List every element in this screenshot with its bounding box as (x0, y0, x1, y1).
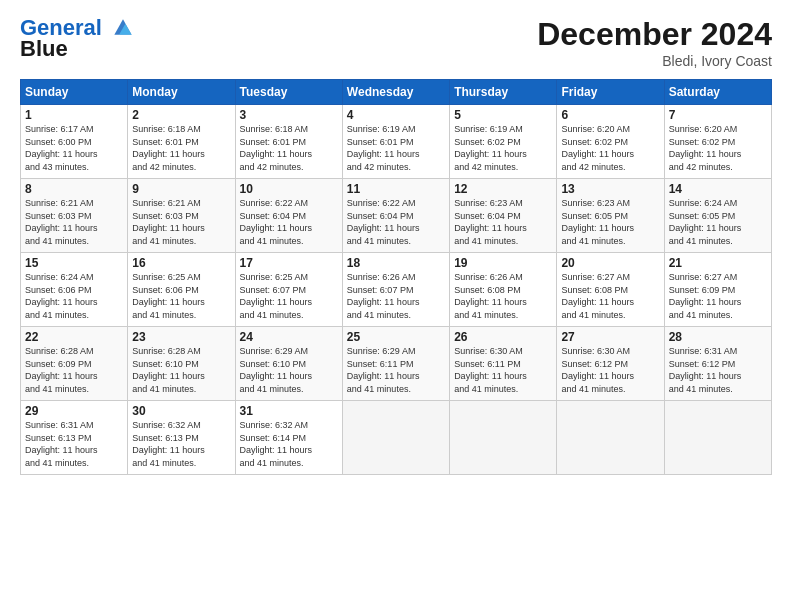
calendar-week-row: 1Sunrise: 6:17 AMSunset: 6:00 PMDaylight… (21, 105, 772, 179)
calendar-week-row: 22Sunrise: 6:28 AMSunset: 6:09 PMDayligh… (21, 327, 772, 401)
calendar-cell: 22Sunrise: 6:28 AMSunset: 6:09 PMDayligh… (21, 327, 128, 401)
day-info: Sunrise: 6:32 AMSunset: 6:14 PMDaylight:… (240, 420, 313, 468)
calendar-cell (664, 401, 771, 475)
day-number: 31 (240, 404, 338, 418)
day-info: Sunrise: 6:29 AMSunset: 6:10 PMDaylight:… (240, 346, 313, 394)
day-number: 9 (132, 182, 230, 196)
calendar-cell: 15Sunrise: 6:24 AMSunset: 6:06 PMDayligh… (21, 253, 128, 327)
weekday-header: Monday (128, 80, 235, 105)
calendar-week-row: 8Sunrise: 6:21 AMSunset: 6:03 PMDaylight… (21, 179, 772, 253)
calendar-cell: 1Sunrise: 6:17 AMSunset: 6:00 PMDaylight… (21, 105, 128, 179)
weekday-header: Wednesday (342, 80, 449, 105)
calendar-cell: 3Sunrise: 6:18 AMSunset: 6:01 PMDaylight… (235, 105, 342, 179)
day-number: 27 (561, 330, 659, 344)
calendar-cell (450, 401, 557, 475)
weekday-header: Tuesday (235, 80, 342, 105)
day-number: 3 (240, 108, 338, 122)
day-number: 23 (132, 330, 230, 344)
day-number: 17 (240, 256, 338, 270)
day-info: Sunrise: 6:26 AMSunset: 6:07 PMDaylight:… (347, 272, 420, 320)
day-number: 28 (669, 330, 767, 344)
logo-icon (110, 16, 136, 38)
calendar-cell: 18Sunrise: 6:26 AMSunset: 6:07 PMDayligh… (342, 253, 449, 327)
day-info: Sunrise: 6:23 AMSunset: 6:04 PMDaylight:… (454, 198, 527, 246)
calendar-cell: 21Sunrise: 6:27 AMSunset: 6:09 PMDayligh… (664, 253, 771, 327)
day-info: Sunrise: 6:30 AMSunset: 6:12 PMDaylight:… (561, 346, 634, 394)
day-info: Sunrise: 6:27 AMSunset: 6:08 PMDaylight:… (561, 272, 634, 320)
day-info: Sunrise: 6:28 AMSunset: 6:09 PMDaylight:… (25, 346, 98, 394)
day-number: 4 (347, 108, 445, 122)
calendar-cell: 11Sunrise: 6:22 AMSunset: 6:04 PMDayligh… (342, 179, 449, 253)
day-number: 29 (25, 404, 123, 418)
day-number: 6 (561, 108, 659, 122)
day-info: Sunrise: 6:27 AMSunset: 6:09 PMDaylight:… (669, 272, 742, 320)
day-number: 18 (347, 256, 445, 270)
calendar-week-row: 29Sunrise: 6:31 AMSunset: 6:13 PMDayligh… (21, 401, 772, 475)
day-info: Sunrise: 6:20 AMSunset: 6:02 PMDaylight:… (669, 124, 742, 172)
calendar-cell (342, 401, 449, 475)
day-info: Sunrise: 6:30 AMSunset: 6:11 PMDaylight:… (454, 346, 527, 394)
calendar-cell: 23Sunrise: 6:28 AMSunset: 6:10 PMDayligh… (128, 327, 235, 401)
weekday-header: Saturday (664, 80, 771, 105)
day-info: Sunrise: 6:28 AMSunset: 6:10 PMDaylight:… (132, 346, 205, 394)
day-info: Sunrise: 6:29 AMSunset: 6:11 PMDaylight:… (347, 346, 420, 394)
calendar-cell: 13Sunrise: 6:23 AMSunset: 6:05 PMDayligh… (557, 179, 664, 253)
title-block: December 2024 Bledi, Ivory Coast (537, 16, 772, 69)
day-info: Sunrise: 6:24 AMSunset: 6:05 PMDaylight:… (669, 198, 742, 246)
day-info: Sunrise: 6:18 AMSunset: 6:01 PMDaylight:… (240, 124, 313, 172)
day-number: 2 (132, 108, 230, 122)
calendar-cell: 17Sunrise: 6:25 AMSunset: 6:07 PMDayligh… (235, 253, 342, 327)
calendar-cell: 28Sunrise: 6:31 AMSunset: 6:12 PMDayligh… (664, 327, 771, 401)
weekday-header: Sunday (21, 80, 128, 105)
weekday-header: Friday (557, 80, 664, 105)
day-info: Sunrise: 6:25 AMSunset: 6:07 PMDaylight:… (240, 272, 313, 320)
calendar-cell: 29Sunrise: 6:31 AMSunset: 6:13 PMDayligh… (21, 401, 128, 475)
day-info: Sunrise: 6:19 AMSunset: 6:01 PMDaylight:… (347, 124, 420, 172)
calendar-table: SundayMondayTuesdayWednesdayThursdayFrid… (20, 79, 772, 475)
calendar-cell: 4Sunrise: 6:19 AMSunset: 6:01 PMDaylight… (342, 105, 449, 179)
day-number: 14 (669, 182, 767, 196)
day-number: 12 (454, 182, 552, 196)
day-number: 25 (347, 330, 445, 344)
page: General Blue December 2024 Bledi, Ivory … (0, 0, 792, 612)
day-number: 1 (25, 108, 123, 122)
day-info: Sunrise: 6:20 AMSunset: 6:02 PMDaylight:… (561, 124, 634, 172)
calendar-cell: 24Sunrise: 6:29 AMSunset: 6:10 PMDayligh… (235, 327, 342, 401)
day-info: Sunrise: 6:31 AMSunset: 6:12 PMDaylight:… (669, 346, 742, 394)
calendar-cell: 20Sunrise: 6:27 AMSunset: 6:08 PMDayligh… (557, 253, 664, 327)
calendar-cell: 25Sunrise: 6:29 AMSunset: 6:11 PMDayligh… (342, 327, 449, 401)
calendar-cell: 27Sunrise: 6:30 AMSunset: 6:12 PMDayligh… (557, 327, 664, 401)
day-info: Sunrise: 6:18 AMSunset: 6:01 PMDaylight:… (132, 124, 205, 172)
calendar-cell (557, 401, 664, 475)
calendar-cell: 10Sunrise: 6:22 AMSunset: 6:04 PMDayligh… (235, 179, 342, 253)
calendar-cell: 2Sunrise: 6:18 AMSunset: 6:01 PMDaylight… (128, 105, 235, 179)
calendar-cell: 16Sunrise: 6:25 AMSunset: 6:06 PMDayligh… (128, 253, 235, 327)
day-info: Sunrise: 6:22 AMSunset: 6:04 PMDaylight:… (347, 198, 420, 246)
day-number: 21 (669, 256, 767, 270)
calendar-cell: 31Sunrise: 6:32 AMSunset: 6:14 PMDayligh… (235, 401, 342, 475)
weekday-header: Thursday (450, 80, 557, 105)
day-number: 20 (561, 256, 659, 270)
calendar-cell: 19Sunrise: 6:26 AMSunset: 6:08 PMDayligh… (450, 253, 557, 327)
logo: General Blue (20, 16, 136, 62)
day-number: 7 (669, 108, 767, 122)
calendar-cell: 26Sunrise: 6:30 AMSunset: 6:11 PMDayligh… (450, 327, 557, 401)
day-number: 11 (347, 182, 445, 196)
day-number: 10 (240, 182, 338, 196)
day-info: Sunrise: 6:17 AMSunset: 6:00 PMDaylight:… (25, 124, 98, 172)
day-number: 19 (454, 256, 552, 270)
day-info: Sunrise: 6:21 AMSunset: 6:03 PMDaylight:… (132, 198, 205, 246)
day-info: Sunrise: 6:24 AMSunset: 6:06 PMDaylight:… (25, 272, 98, 320)
day-number: 26 (454, 330, 552, 344)
calendar-cell: 6Sunrise: 6:20 AMSunset: 6:02 PMDaylight… (557, 105, 664, 179)
calendar-cell: 30Sunrise: 6:32 AMSunset: 6:13 PMDayligh… (128, 401, 235, 475)
day-number: 16 (132, 256, 230, 270)
calendar-cell: 14Sunrise: 6:24 AMSunset: 6:05 PMDayligh… (664, 179, 771, 253)
month-title: December 2024 (537, 16, 772, 53)
day-number: 8 (25, 182, 123, 196)
day-number: 5 (454, 108, 552, 122)
day-info: Sunrise: 6:19 AMSunset: 6:02 PMDaylight:… (454, 124, 527, 172)
day-info: Sunrise: 6:31 AMSunset: 6:13 PMDaylight:… (25, 420, 98, 468)
calendar-week-row: 15Sunrise: 6:24 AMSunset: 6:06 PMDayligh… (21, 253, 772, 327)
day-info: Sunrise: 6:26 AMSunset: 6:08 PMDaylight:… (454, 272, 527, 320)
